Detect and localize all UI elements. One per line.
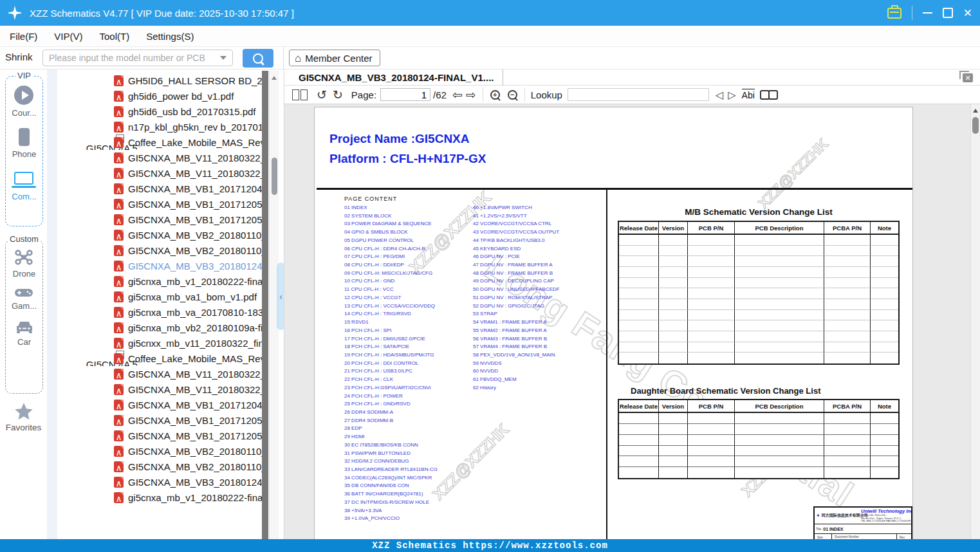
document-tab[interactable]: GI5CNXA_MB_VB3_20180124-FINAL_V1.... xyxy=(290,69,503,86)
tree-file[interactable]: ΛGI5CNXA_MB_V11_20180322_24 xyxy=(57,366,262,382)
tree-file[interactable]: ΛGI5CNXA_MB_VB1_20171205_13 xyxy=(57,412,262,428)
tree-file[interactable]: ΛGI5CNXA_MB_VB1_20171205_13 xyxy=(57,428,262,443)
tree-file[interactable]: Λgi5cnxa_mb_v1_20180222-final_ xyxy=(57,273,262,289)
lookup-input[interactable] xyxy=(568,88,709,101)
tree-file[interactable]: Λgh5id6_power bd_v1.pdf xyxy=(57,88,262,104)
tree-file[interactable]: ΛGI5CNXA_MB_VB3_20180124-FIN xyxy=(57,258,262,273)
empty-cell xyxy=(824,342,871,353)
menu-item[interactable]: Tool(T) xyxy=(100,31,130,42)
tree-file[interactable]: Λgi5cnxx_mb_v11_20180322_fina xyxy=(57,335,262,351)
model-search-input[interactable]: Please input the model number or PCB xyxy=(42,50,233,66)
empty-cell xyxy=(619,424,659,435)
empty-cell xyxy=(871,310,898,321)
sidebar-item-car[interactable]: Car xyxy=(15,320,34,347)
content-line: 17 PCH CFL-H : DMI/USB2.0/PCIE xyxy=(344,335,438,344)
app-window: XZZ Schematics V4.77 [ VIP Due date: 202… xyxy=(0,0,980,552)
tree-file[interactable]: Λgi5cnxa_mb_v1_20180222-final_ xyxy=(57,490,262,505)
pdf-file-icon: Λ xyxy=(114,446,124,457)
close-document-icon[interactable]: ✕ xyxy=(959,71,974,84)
scroll-thumb[interactable] xyxy=(972,117,979,134)
drone-icon xyxy=(14,249,33,266)
sidebar-item-game[interactable]: Gam... xyxy=(12,288,37,311)
content-list-left: 01 INDEX02 SYSTEM BLOCK03 POWER DIAGRAM … xyxy=(344,204,438,523)
tree-file[interactable]: Λgi5cnxa_mb_va_20170810-1830 xyxy=(57,304,262,320)
maximize-button[interactable] xyxy=(943,8,953,18)
member-center-tab[interactable]: ⌂ Member Center xyxy=(289,50,380,66)
tree-group[interactable]: −GI5CN 4A 5A XX xyxy=(62,134,141,150)
tree-file[interactable]: Λgi5cnxa_mb_va1_bom_v1.pdf xyxy=(57,289,262,304)
pdf-file-icon: Λ xyxy=(114,477,124,488)
two-page-view-icon[interactable] xyxy=(292,89,308,100)
prev-page-icon[interactable]: ⇦ xyxy=(452,89,463,101)
shrink-button[interactable]: Shrink xyxy=(5,51,33,62)
pdf-scrollbar[interactable] xyxy=(970,104,980,539)
empty-cell xyxy=(659,288,688,299)
tree-file[interactable]: ΛGI5CNXA_MB_V11_20180322_24 xyxy=(57,382,262,397)
content-line: 57 VRAM4 : FRAME BUFFER B xyxy=(473,343,560,351)
empty-cell xyxy=(688,299,735,310)
find-prev-icon[interactable]: ◁ xyxy=(716,89,723,101)
empty-cell xyxy=(659,342,688,353)
tree-file[interactable]: ΛGI5CNXA_MB_VB1_20171204A_F xyxy=(57,397,262,412)
tree-file[interactable]: ΛGI5CNXA_MB_VB2_20180110_09 xyxy=(57,227,262,243)
tree-file[interactable]: Λgh5id6_usb bd_20170315.pdf xyxy=(57,104,262,119)
empty-cell xyxy=(688,267,735,278)
tree-file[interactable]: ΛGI5CNXA_MB_V11_20180322_24 xyxy=(57,165,262,181)
sidebar-item-course[interactable]: Cour... xyxy=(12,86,36,118)
empty-cell xyxy=(688,353,735,363)
pdf-viewer[interactable]: XZZ@XZZHK XZZ@XZZHK XZZ@XZZHK XZZ@XZZHK … xyxy=(284,104,980,539)
rotate-left-icon[interactable]: ↺ xyxy=(317,89,327,101)
tree-file[interactable]: ΛGI5CNXA_MB_V11_20180322_24 xyxy=(57,150,262,165)
menu-item[interactable]: Settings(S) xyxy=(146,31,194,42)
zoom-in-icon[interactable]: + xyxy=(490,90,500,100)
pdf-file-icon: Λ xyxy=(114,307,124,318)
tree-file[interactable]: ΛGI5CNXA_MB_VB1_20171205_13 xyxy=(57,196,262,212)
sidebar-item-computer[interactable]: Com... xyxy=(12,168,36,201)
search-button[interactable] xyxy=(243,49,273,68)
content-line: 10 CPU CFL-H : GND xyxy=(344,277,438,286)
minimize-button[interactable] xyxy=(923,12,932,14)
content-line: 54 VRAM1 : FRAME BUFFER A xyxy=(473,318,560,327)
tree-file[interactable]: ΛGI5CNXA_MB_VB1_20171205_13 xyxy=(57,212,262,227)
tree-file[interactable]: ΛGI5CNXA_MB_VB1_20171204A_F xyxy=(57,181,262,196)
tree-file[interactable]: ΛGI5CNXA_MB_VB2_20180110_09 xyxy=(57,243,262,258)
match-case-icon[interactable]: Abi xyxy=(742,89,755,100)
empty-cell xyxy=(871,267,898,278)
sidebar-item-phone[interactable]: Phone xyxy=(12,127,37,159)
close-button[interactable]: ✕ xyxy=(963,8,972,19)
empty-cell xyxy=(619,456,659,467)
sidebar-item-favorites[interactable]: Favorites xyxy=(0,403,47,432)
scroll-up-icon[interactable] xyxy=(272,76,277,80)
tree-file[interactable]: ΛGI5CNXA_MB_VB2_20180110_09 xyxy=(57,443,262,459)
next-page-icon[interactable]: ⇨ xyxy=(466,89,476,101)
tree-file[interactable]: Λn17p_kbl_gh5kn_rev b_2017012 xyxy=(57,119,262,134)
page-number-input[interactable] xyxy=(380,88,430,101)
menu-item[interactable]: VIP(V) xyxy=(54,31,82,42)
toolbar-divider xyxy=(524,87,525,102)
license-briefcase-icon[interactable] xyxy=(887,8,901,19)
find-next-icon[interactable]: ▷ xyxy=(728,89,735,101)
tree-file[interactable]: ΛGH5ID6_HALL SERSOR BD_2017 xyxy=(57,73,262,88)
empty-cell xyxy=(619,342,659,353)
sidebar-scroll-track[interactable] xyxy=(47,69,57,539)
tree-group[interactable]: −GI5CN 4A 5A XX xyxy=(62,351,141,366)
match-whole-word-icon[interactable] xyxy=(760,90,778,100)
content-line: 16 PCH CFL-H : SPI xyxy=(344,327,438,335)
content-line: 49 DGPU NV : DECOUPLING CAP xyxy=(473,277,560,286)
tree-file[interactable]: ΛGI5CNXA_MB_VB3_20180124-FIN xyxy=(57,474,262,490)
tree-scrollbar[interactable] xyxy=(262,71,268,539)
content-line: 29 HDMI xyxy=(344,433,438,441)
empty-cell xyxy=(688,446,735,457)
menu-item[interactable]: File(F) xyxy=(10,31,37,42)
content-line: 24 PCH CFL-H : POWER xyxy=(344,392,438,401)
tree-file[interactable]: ΛGI5CNXA_MB_VB2_20180110_09 xyxy=(57,459,262,474)
tree-file[interactable]: Λgi5cnxa_mb_vb2_20180109a-fin xyxy=(57,320,262,335)
scroll-thumb[interactable] xyxy=(272,158,277,195)
chevron-down-icon[interactable] xyxy=(220,56,227,60)
content-line: 02 SYSTEM BLOCK xyxy=(344,212,438,221)
zoom-out-icon[interactable]: − xyxy=(508,90,517,100)
sidebar-item-drone[interactable]: Drone xyxy=(13,249,35,279)
scroll-up-icon[interactable] xyxy=(973,109,978,113)
rotate-right-icon[interactable]: ↻ xyxy=(333,89,343,101)
empty-cell xyxy=(824,246,871,257)
